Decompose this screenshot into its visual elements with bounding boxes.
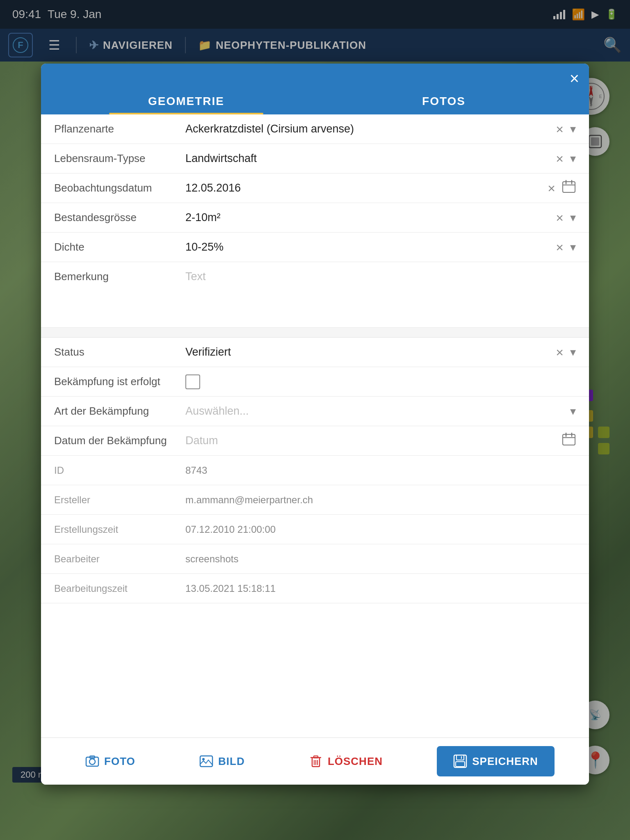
clear-bestandesgrosse-btn[interactable]: × bbox=[556, 211, 564, 224]
controls-art-bekampfung: ▾ bbox=[570, 404, 576, 418]
label-erstellungszeit: Erstellungszeit bbox=[54, 524, 185, 535]
clear-beobachtungsdatum-btn[interactable]: × bbox=[548, 182, 555, 195]
form-row-ersteller: Ersteller m.ammann@meierpartner.ch bbox=[41, 485, 589, 515]
controls-dichte: × ▾ bbox=[556, 240, 576, 254]
svg-rect-12 bbox=[563, 182, 575, 192]
form-row-datum-bekampfung: Datum der Bekämpfung Datum bbox=[41, 426, 589, 456]
controls-bestandesgrosse: × ▾ bbox=[556, 211, 576, 224]
svg-point-24 bbox=[202, 758, 205, 760]
value-beobachtungsdatum: 12.05.2016 bbox=[185, 182, 548, 194]
label-id: ID bbox=[54, 465, 185, 476]
checkbox-bekampfung[interactable] bbox=[185, 374, 200, 389]
form-row-art-bekampfung: Art der Bekämpfung Auswählen... ▾ bbox=[41, 397, 589, 426]
form-row-bestandesgrosse: Bestandesgrösse 2-10m² × ▾ bbox=[41, 203, 589, 233]
value-pflanzenarte: Ackerkratzdistel (Cirsium arvense) bbox=[185, 123, 556, 135]
form-row-bekampfung-erfolgt: Bekämpfung ist erfolgt bbox=[41, 367, 589, 397]
label-bestandesgrosse: Bestandesgrösse bbox=[54, 211, 185, 224]
form-row-id: ID 8743 bbox=[41, 456, 589, 485]
svg-rect-27 bbox=[314, 756, 318, 758]
form-row-bemerkung: Bemerkung Text bbox=[41, 262, 589, 328]
value-datum-bekampfung: Datum bbox=[185, 434, 562, 447]
form-row-bearbeiter: Bearbeiter screenshots bbox=[41, 544, 589, 574]
modal-header: × GEOMETRIE FOTOS bbox=[41, 64, 589, 114]
loschen-btn[interactable]: LÖSCHEN bbox=[299, 748, 393, 775]
value-bestandesgrosse: 2-10m² bbox=[185, 211, 556, 224]
modal-body: Pflanzenarte Ackerkratzdistel (Cirsium a… bbox=[41, 114, 589, 737]
label-beobachtungsdatum: Beobachtungsdatum bbox=[54, 182, 185, 194]
label-dichte: Dichte bbox=[54, 241, 185, 253]
label-lebensraum: Lebensraum-Typse bbox=[54, 152, 185, 165]
modal-close-btn[interactable]: × bbox=[570, 70, 579, 87]
form-row-erstellungszeit: Erstellungszeit 07.12.2010 21:00:00 bbox=[41, 515, 589, 544]
dropdown-lebensraum-btn[interactable]: ▾ bbox=[570, 152, 576, 165]
value-dichte: 10-25% bbox=[185, 241, 556, 253]
bottom-spacer bbox=[41, 603, 589, 628]
value-id: 8743 bbox=[185, 465, 576, 476]
dropdown-status-btn[interactable]: ▾ bbox=[570, 345, 576, 359]
modal-footer: FOTO BILD LÖSCHEN bbox=[41, 737, 589, 785]
label-bemerkung: Bemerkung bbox=[54, 270, 185, 283]
trash-icon bbox=[309, 754, 323, 768]
label-art-bekampfung: Art der Bekämpfung bbox=[54, 405, 185, 418]
foto-btn[interactable]: FOTO bbox=[75, 748, 145, 775]
modal-close-row: × bbox=[41, 64, 589, 87]
svg-rect-32 bbox=[457, 755, 464, 760]
value-lebensraum: Landwirtschaft bbox=[185, 152, 556, 165]
dropdown-art-bekampfung-btn[interactable]: ▾ bbox=[570, 404, 576, 418]
label-ersteller: Ersteller bbox=[54, 494, 185, 506]
clear-status-btn[interactable]: × bbox=[556, 346, 564, 359]
svg-rect-33 bbox=[456, 762, 465, 767]
clear-lebensraum-btn[interactable]: × bbox=[556, 152, 564, 165]
value-status: Verifiziert bbox=[185, 346, 556, 358]
form-row-beobachtungsdatum: Beobachtungsdatum 12.05.2016 × bbox=[41, 173, 589, 203]
svg-point-21 bbox=[89, 759, 95, 765]
form-row-lebensraum: Lebensraum-Typse Landwirtschaft × ▾ bbox=[41, 144, 589, 173]
label-bearbeitungszeit: Bearbeitungszeit bbox=[54, 583, 185, 594]
label-status: Status bbox=[54, 346, 185, 358]
calendar-beobachtungsdatum-btn[interactable] bbox=[562, 180, 576, 197]
section-spacer bbox=[41, 328, 589, 338]
clear-pflanzenarte-btn[interactable]: × bbox=[556, 123, 564, 136]
dropdown-bestandesgrosse-btn[interactable]: ▾ bbox=[570, 211, 576, 224]
dropdown-dichte-btn[interactable]: ▾ bbox=[570, 240, 576, 254]
image-icon bbox=[199, 754, 213, 768]
speichern-btn[interactable]: SPEICHERN bbox=[437, 746, 555, 776]
controls-lebensraum: × ▾ bbox=[556, 152, 576, 165]
controls-pflanzenarte: × ▾ bbox=[556, 122, 576, 136]
label-bekampfung-erfolgt: Bekämpfung ist erfolgt bbox=[54, 375, 185, 388]
value-ersteller: m.ammann@meierpartner.ch bbox=[185, 494, 576, 506]
form-row-pflanzenarte: Pflanzenarte Ackerkratzdistel (Cirsium a… bbox=[41, 114, 589, 144]
svg-rect-16 bbox=[563, 434, 575, 445]
controls-datum-bekampfung bbox=[562, 432, 576, 450]
form-row-status: Status Verifiziert × ▾ bbox=[41, 338, 589, 367]
form-row-dichte: Dichte 10-25% × ▾ bbox=[41, 233, 589, 262]
value-bearbeitungszeit: 13.05.2021 15:18:11 bbox=[185, 583, 576, 594]
form-row-bearbeitungszeit: Bearbeitungszeit 13.05.2021 15:18:11 bbox=[41, 574, 589, 603]
camera-icon bbox=[85, 754, 99, 768]
save-icon bbox=[453, 754, 467, 768]
label-bearbeiter: Bearbeiter bbox=[54, 553, 185, 565]
value-bemerkung[interactable]: Text bbox=[185, 270, 576, 283]
tab-fotos[interactable]: FOTOS bbox=[315, 87, 573, 114]
label-datum-bekampfung: Datum der Bekämpfung bbox=[54, 434, 185, 447]
dropdown-pflanzenarte-btn[interactable]: ▾ bbox=[570, 122, 576, 136]
modal-tabs: GEOMETRIE FOTOS bbox=[41, 87, 589, 114]
detail-modal: × GEOMETRIE FOTOS Pflanzenarte Ackerkrat… bbox=[41, 64, 589, 785]
calendar-datum-bekampfung-btn[interactable] bbox=[562, 432, 576, 450]
svg-rect-23 bbox=[200, 756, 212, 767]
bild-btn[interactable]: BILD bbox=[189, 748, 255, 775]
value-bearbeiter: screenshots bbox=[185, 553, 576, 565]
value-art-bekampfung: Auswählen... bbox=[185, 405, 570, 418]
tab-geometrie[interactable]: GEOMETRIE bbox=[57, 87, 315, 114]
value-erstellungszeit: 07.12.2010 21:00:00 bbox=[185, 524, 576, 535]
controls-status: × ▾ bbox=[556, 345, 576, 359]
controls-beobachtungsdatum: × bbox=[548, 180, 576, 197]
label-pflanzenarte: Pflanzenarte bbox=[54, 123, 185, 135]
clear-dichte-btn[interactable]: × bbox=[556, 241, 564, 254]
